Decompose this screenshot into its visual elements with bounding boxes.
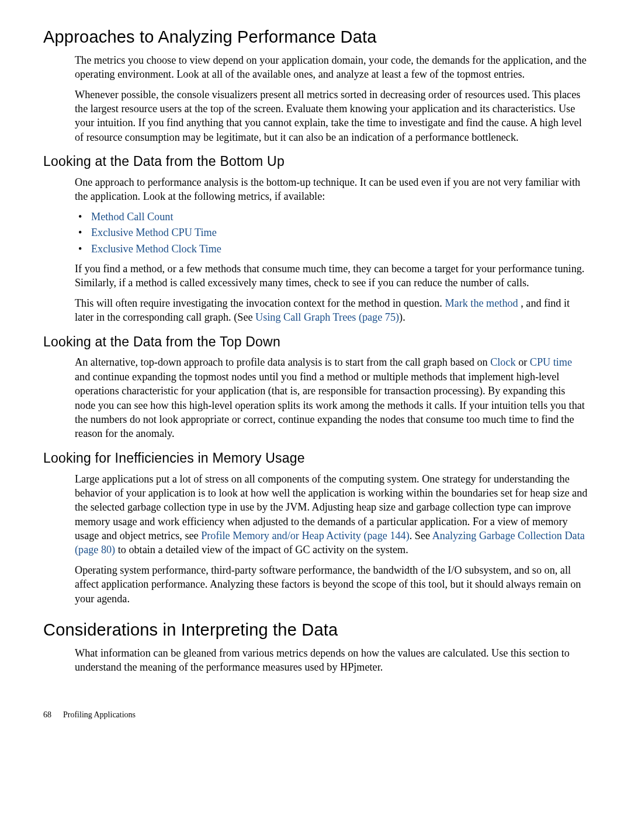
link-exclusive-cpu-time[interactable]: Exclusive Method CPU Time [91, 227, 217, 238]
para-top-1: An alternative, top-down approach to pro… [75, 355, 588, 440]
heading-bottom-up: Looking at the Data from the Bottom Up [43, 152, 588, 171]
para-bottom-2: If you find a method, or a few methods t… [75, 262, 588, 290]
link-cpu-time[interactable]: CPU time [530, 356, 572, 368]
para-mem-1: Large applications put a lot of stress o… [75, 472, 588, 557]
text-run: or [516, 356, 530, 368]
text-run: ). [399, 311, 405, 323]
bottom-up-list: Method Call Count Exclusive Method CPU T… [75, 210, 588, 256]
text-run: An alternative, top-down approach to pro… [75, 356, 490, 368]
link-profile-memory[interactable]: Profile Memory and/or Heap Activity (pag… [201, 530, 410, 542]
para-bottom-3: This will often require investigating th… [75, 296, 588, 325]
para-cons-1: What information can be gleaned from var… [75, 646, 588, 675]
heading-considerations: Considerations in Interpreting the Data [43, 619, 588, 641]
link-clock[interactable]: Clock [490, 356, 515, 368]
list-item: Method Call Count [75, 210, 588, 224]
list-item: Exclusive Method CPU Time [75, 225, 588, 239]
link-exclusive-clock-time[interactable]: Exclusive Method Clock Time [91, 243, 221, 255]
text-run: and continue expanding the topmost nodes… [75, 371, 585, 440]
page-number: 68 [43, 710, 51, 721]
para-approaches-2: Whenever possible, the console visualize… [75, 88, 588, 145]
heading-approaches: Approaches to Analyzing Performance Data [43, 26, 588, 48]
heading-top-down: Looking at the Data from the Top Down [43, 333, 588, 351]
text-run: to obtain a detailed view of the impact … [115, 544, 408, 556]
link-mark-the-method[interactable]: Mark the method [445, 297, 521, 309]
text-run: This will often require investigating th… [75, 297, 445, 309]
heading-mem-ineff: Looking for Inefficiencies in Memory Usa… [43, 449, 588, 467]
para-mem-2: Operating system performance, third-part… [75, 563, 588, 606]
para-bottom-1: One approach to performance analysis is … [75, 175, 588, 204]
footer-title: Profiling Applications [63, 710, 136, 719]
text-run: . See [410, 530, 432, 542]
link-using-call-graph[interactable]: Using Call Graph Trees (page 75) [255, 311, 399, 323]
link-method-call-count[interactable]: Method Call Count [91, 211, 173, 223]
list-item: Exclusive Method Clock Time [75, 242, 588, 256]
para-approaches-1: The metrics you choose to view depend on… [75, 53, 588, 82]
page-footer: 68Profiling Applications [43, 710, 588, 721]
